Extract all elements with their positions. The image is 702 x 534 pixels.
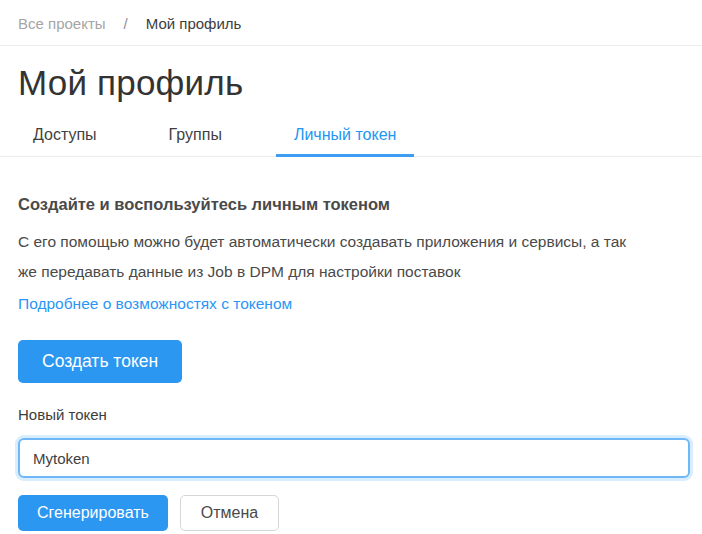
breadcrumb-current-page: Мой профиль [146, 15, 242, 32]
token-section-heading: Создайте и воспользуйтесь личным токеном [18, 195, 684, 214]
tab-personal-token[interactable]: Личный токен [276, 126, 414, 156]
description-line-2: же передавать данные из Job в DPM для на… [18, 257, 684, 287]
breadcrumb: Все проекты / Мой профиль [0, 0, 702, 46]
form-actions: Сгенерировать Отмена [18, 495, 684, 531]
description-line-1: С его помощью можно будет автоматически … [18, 227, 684, 257]
tab-bar: Доступы Группы Личный токен [0, 126, 702, 157]
new-token-input[interactable] [18, 438, 690, 478]
new-token-label: Новый токен [18, 406, 684, 423]
breadcrumb-separator: / [124, 15, 128, 32]
breadcrumb-all-projects-link[interactable]: Все проекты [18, 15, 106, 32]
tab-groups[interactable]: Группы [151, 126, 240, 156]
token-section-description: С его помощью можно будет автоматически … [18, 227, 684, 287]
create-token-button[interactable]: Создать токен [18, 340, 182, 383]
generate-button[interactable]: Сгенерировать [18, 495, 168, 531]
tab-access[interactable]: Доступы [15, 126, 115, 156]
page-title: Мой профиль [18, 63, 684, 103]
token-section: Создайте и воспользуйтесь личным токеном… [0, 195, 702, 531]
cancel-button[interactable]: Отмена [180, 495, 279, 531]
token-more-info-link[interactable]: Подробнее о возможностях с токеном [18, 295, 292, 313]
